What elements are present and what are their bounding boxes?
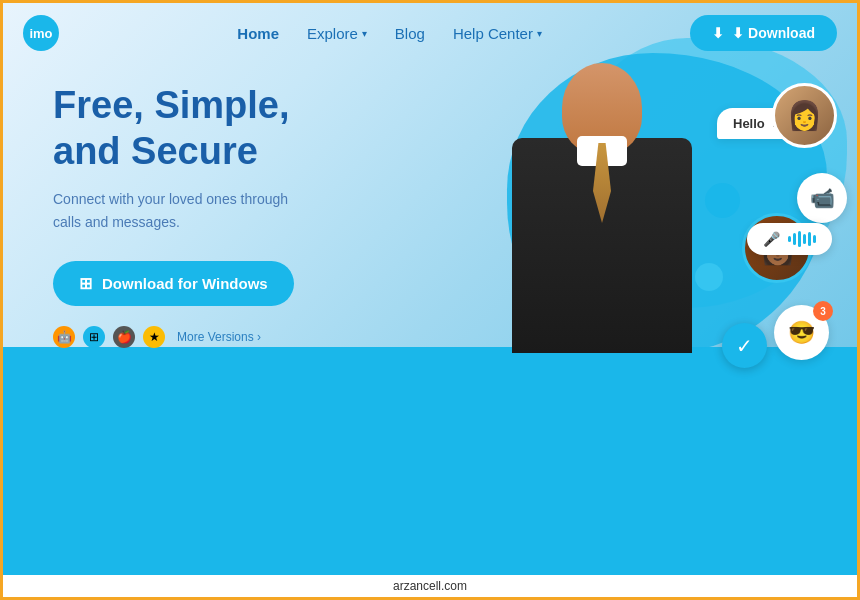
logo[interactable]: imo	[23, 15, 59, 51]
hero-content-left: Free, Simple, and Secure Connect with yo…	[53, 83, 393, 348]
video-camera-bubble: 📹	[797, 173, 847, 223]
wave-2	[793, 233, 796, 245]
platform-icons: 🤖 ⊞ 🍎 ★ More Versions ›	[53, 326, 393, 348]
download-icon: ⬇	[712, 25, 724, 41]
wave-5	[808, 232, 811, 246]
emoji-badge: 3	[813, 301, 833, 321]
wave-4	[803, 234, 806, 244]
download-windows-button[interactable]: ⊞ Download for Windows	[53, 261, 294, 306]
mic-bubble: 🎤	[747, 223, 832, 255]
explore-chevron: ▾	[362, 28, 367, 39]
check-bubble: ✓	[722, 323, 767, 368]
logo-circle: imo	[23, 15, 59, 51]
emoji-icon: 😎	[788, 320, 815, 346]
wave-1	[788, 236, 791, 242]
download-button[interactable]: ⬇ ⬇ Download	[690, 15, 837, 51]
star-icon[interactable]: ★	[143, 326, 165, 348]
nav-explore[interactable]: Explore ▾	[307, 25, 367, 42]
nav-links: Home Explore ▾ Blog Help Center ▾	[89, 25, 690, 42]
navbar: imo Home Explore ▾ Blog Help Center ▾ ⬇ …	[3, 3, 857, 63]
hello-text: Hello	[733, 116, 765, 131]
apple-icon[interactable]: 🍎	[113, 326, 135, 348]
hero-illustration: Hello 11:54 👩 📹 👩🏾 🎤	[427, 23, 857, 393]
page-container: arzancell.com imo Home Explore ▾ Blog He…	[0, 0, 860, 600]
windows-platform-icon[interactable]: ⊞	[83, 326, 105, 348]
download-windows-label: Download for Windows	[102, 275, 268, 292]
deco-circle-1	[705, 183, 740, 218]
android-icon[interactable]: 🤖	[53, 326, 75, 348]
logo-text: imo	[29, 26, 52, 41]
mic-icon: 🎤	[763, 231, 780, 247]
nav-blog[interactable]: Blog	[395, 25, 425, 42]
deco-circle-2	[695, 263, 723, 291]
help-chevron: ▾	[537, 28, 542, 39]
more-versions-link[interactable]: More Versions ›	[177, 330, 261, 344]
hero-title: Free, Simple, and Secure	[53, 83, 393, 174]
nav-help[interactable]: Help Center ▾	[453, 25, 542, 42]
wave-3	[798, 231, 801, 247]
sound-waves	[788, 231, 816, 247]
emoji-bubble: 😎 3	[774, 305, 829, 360]
windows-icon: ⊞	[79, 274, 92, 293]
wave-6	[813, 235, 816, 243]
download-label: ⬇ Download	[732, 25, 815, 41]
hero-subtitle: Connect with your loved ones throughcall…	[53, 188, 393, 233]
avatar-top-right: 👩	[772, 83, 837, 148]
nav-home[interactable]: Home	[237, 25, 279, 42]
footer-bar: arzancell.com	[3, 575, 857, 597]
person-silhouette	[502, 63, 702, 353]
footer-text: arzancell.com	[393, 579, 467, 593]
